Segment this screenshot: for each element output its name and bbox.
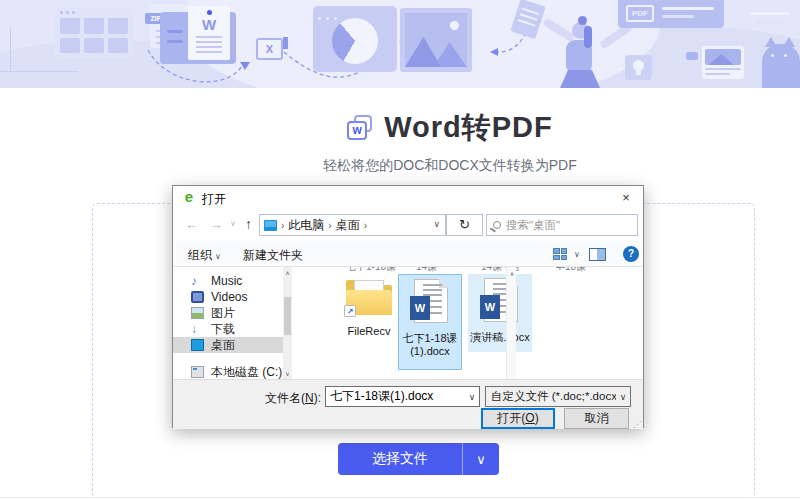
hero-banner: ZIP W X — [0, 0, 800, 88]
disk-icon — [191, 366, 204, 378]
picture-icon — [191, 307, 204, 319]
refresh-icon: ↻ — [459, 217, 470, 232]
desktop-icon — [191, 339, 204, 351]
shortcut-arrow-icon: ↗ — [344, 305, 356, 317]
preview-pane-icon[interactable] — [589, 248, 606, 261]
section-divider — [0, 497, 800, 498]
open-file-dialog: e 打开 × ← → ∨ ↑ › 此电脑 › 桌面 › ∨ ↻ — [172, 185, 644, 428]
pdf-label: PDF — [626, 5, 654, 22]
breadcrumb-desktop[interactable]: 桌面 — [336, 217, 360, 234]
sidebar-item-music[interactable]: ♪ Music — [173, 273, 283, 289]
pie-chart-illustration — [313, 6, 397, 72]
organize-menu[interactable]: 组织∨ — [188, 247, 221, 264]
lightbulb-icon — [625, 55, 652, 80]
download-arrow-icon: ↓ — [191, 323, 204, 335]
search-box[interactable] — [486, 214, 638, 236]
file-label: 七下1-18课 (1).docx — [399, 332, 461, 358]
this-pc-icon — [264, 220, 277, 231]
word-doc-icon: W — [412, 279, 448, 325]
view-mode-icon[interactable] — [553, 248, 567, 260]
back-icon[interactable]: ← — [185, 216, 199, 232]
history-chevron-icon[interactable]: ∨ — [230, 219, 236, 228]
chevron-down-icon[interactable]: ∨ — [463, 452, 499, 467]
sidebar-item-videos[interactable]: Videos — [173, 289, 283, 305]
file-item-filerecv[interactable]: ↗ FileRecv — [341, 277, 397, 338]
crumb-separator: › — [328, 220, 331, 231]
decor-line — [756, 21, 786, 24]
filetype-select[interactable]: 自定义文件 (*.doc;*.docx) ∨ — [485, 386, 631, 407]
sidebar-item-downloads[interactable]: ↓ 下载 — [173, 321, 283, 337]
search-icon — [493, 221, 501, 229]
scrollbar-thumb[interactable] — [284, 297, 291, 335]
close-icon[interactable]: × — [615, 189, 637, 207]
sidebar-item-pictures[interactable]: 图片 — [173, 305, 283, 321]
view-dropdown-icon[interactable]: ∨ — [574, 250, 580, 259]
excel-file-icon: X — [256, 38, 283, 60]
dialog-toolbar: 组织∨ 新建文件夹 ∨ ? — [173, 241, 643, 267]
file-item-speech-docx[interactable]: W 演讲稿.docx — [468, 274, 532, 352]
word-letter: W — [188, 16, 230, 33]
cancel-button[interactable]: 取消 — [564, 408, 629, 429]
page-title: Word转PDF — [384, 108, 553, 148]
filelist-scrollbar[interactable]: ∧ — [506, 267, 516, 379]
word-app-icon: w — [347, 115, 374, 142]
resize-grip[interactable]: ⋰ — [633, 420, 641, 429]
breadcrumb[interactable]: › 此电脑 › 桌面 › ∨ — [259, 214, 446, 236]
page-subtitle: 轻松将您的DOC和DOCX文件转换为PDF — [100, 157, 800, 175]
new-folder-button[interactable]: 新建文件夹 — [243, 247, 303, 264]
picture-chip-illustration — [702, 46, 744, 79]
filename-combobox[interactable]: ∨ — [325, 386, 480, 407]
forward-icon[interactable]: → — [209, 216, 223, 232]
sidebar: ♪ Music Videos 图片 ↓ 下载 桌面 — [173, 267, 283, 379]
file-list: 七下1-18课 14课 14课 6月 4-18课 ↗ FileRecv — [300, 267, 633, 379]
plug-illustration — [686, 52, 698, 60]
sidebar-item-local-disk[interactable]: 本地磁盘 (C:) — [173, 364, 283, 379]
breadcrumb-this-pc[interactable]: 此电脑 — [288, 217, 324, 234]
file-label: FileRecv — [341, 325, 397, 338]
video-icon — [191, 291, 204, 303]
filetype-value: 自定义文件 (*.doc;*.docx) — [486, 389, 616, 404]
scroll-down-icon[interactable]: ∨ — [283, 370, 292, 377]
dialog-body: ♪ Music Videos 图片 ↓ 下载 桌面 — [173, 267, 643, 379]
file-item-selected-docx[interactable]: W 七下1-18课 (1).docx — [398, 274, 462, 370]
folder-icon: ↗ — [346, 277, 392, 317]
music-note-icon: ♪ — [191, 275, 204, 287]
dialog-title: 打开 — [202, 191, 226, 208]
scroll-up-icon[interactable]: ∧ — [283, 269, 292, 276]
pdf-card-illustration: PDF — [618, 0, 724, 28]
filename-label: 文件名(N): — [173, 390, 321, 407]
help-icon[interactable]: ? — [623, 246, 639, 262]
sidebar-item-desktop[interactable]: 桌面 — [173, 337, 283, 353]
filename-input[interactable] — [326, 390, 465, 404]
browser-app-icon: e — [181, 189, 197, 205]
open-button[interactable]: 打开(O) — [481, 408, 555, 429]
word-doc-illustration: W — [160, 12, 236, 64]
cat-illustration — [762, 36, 800, 88]
chevron-down-icon[interactable]: ∨ — [465, 392, 479, 402]
up-icon[interactable]: ↑ — [245, 216, 252, 232]
crumb-separator: › — [281, 220, 284, 231]
chevron-down-icon: ∨ — [616, 392, 630, 402]
clipped-file-row: 七下1-18课 14课 14课 6月 4-18课 — [300, 267, 620, 274]
image-card-illustration — [400, 8, 472, 72]
page-title-row: w Word转PDF — [100, 108, 800, 148]
dialog-bottom-bar: 文件名(N): ∨ 自定义文件 (*.doc;*.docx) ∨ 打开(O) 取… — [173, 379, 643, 429]
screen: ZIP W X — [0, 0, 800, 500]
sidebar-scrollbar[interactable]: ∧ ∨ — [283, 267, 292, 379]
refresh-button[interactable]: ↻ — [446, 214, 483, 236]
address-dropdown-icon[interactable]: ∨ — [433, 219, 440, 229]
dialog-titlebar[interactable]: e 打开 × — [173, 186, 643, 210]
select-file-label: 选择文件 — [338, 450, 462, 468]
search-input[interactable] — [506, 219, 631, 231]
chevron-down-icon: ∨ — [215, 252, 221, 261]
decor-line — [750, 12, 790, 15]
file-label: 演讲稿.docx — [468, 331, 532, 344]
crumb-separator: › — [364, 220, 367, 231]
select-file-button[interactable]: 选择文件 ∨ — [338, 443, 499, 475]
dialog-navbar: ← → ∨ ↑ › 此电脑 › 桌面 › ∨ ↻ — [173, 210, 643, 241]
scroll-up-icon[interactable]: ∧ — [507, 270, 517, 277]
